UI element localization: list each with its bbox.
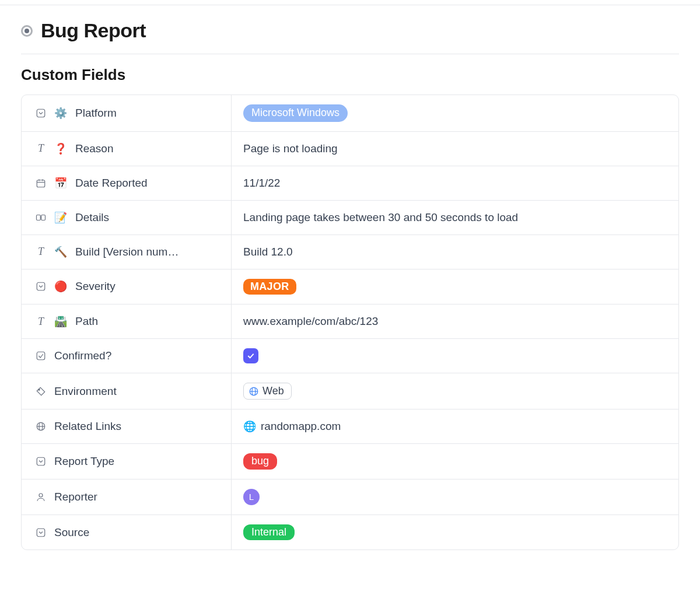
svg-point-18: [39, 494, 43, 497]
svg-point-10: [38, 389, 40, 390]
date-type-icon: [36, 178, 46, 188]
details-value: Landing page takes between 30 and 50 sec…: [243, 211, 518, 224]
field-label-cell[interactable]: T ❓ Reason: [22, 132, 232, 166]
page-header: Bug Report: [21, 5, 679, 54]
field-emoji-icon: 📅: [54, 178, 67, 188]
field-label: Severity: [75, 280, 116, 293]
dropdown-type-icon: [36, 527, 46, 538]
field-row-reason: T ❓ Reason Page is not loading: [22, 132, 678, 166]
field-row-links: Related Links 🌐 randomapp.com: [22, 410, 678, 444]
field-label: Details: [75, 211, 109, 224]
field-row-report-type: Report Type bug: [22, 444, 678, 480]
field-label-cell[interactable]: 🔴 Severity: [22, 270, 232, 304]
link-value: randomapp.com: [261, 420, 341, 433]
source-pill[interactable]: Internal: [243, 524, 295, 541]
field-value-cell[interactable]: [232, 339, 678, 373]
path-value: www.example/com/abc/123: [243, 315, 378, 328]
field-value-cell[interactable]: bug: [232, 444, 678, 479]
field-row-reporter: Reporter L: [22, 480, 678, 515]
platform-pill[interactable]: Microsoft Windows: [243, 104, 348, 122]
dropdown-type-icon: [36, 456, 46, 467]
field-label-cell[interactable]: T 🛣️ Path: [22, 304, 232, 338]
field-row-environment: Environment Web: [22, 373, 678, 410]
field-row-build: T 🔨 Build [Version num… Build 12.0: [22, 235, 678, 270]
field-value-cell[interactable]: 11/1/22: [232, 166, 678, 200]
custom-fields-table: ⚙️ Platform Microsoft Windows T ❓ Reason…: [21, 94, 679, 550]
field-label-cell[interactable]: Environment: [22, 373, 232, 409]
svg-rect-19: [37, 528, 45, 537]
field-value-cell[interactable]: L: [232, 480, 678, 514]
field-value-cell[interactable]: www.example/com/abc/123: [232, 304, 678, 338]
svg-rect-6: [41, 215, 46, 220]
reporter-avatar[interactable]: L: [243, 489, 260, 505]
field-label-cell[interactable]: 📅 Date Reported: [22, 166, 232, 200]
build-value: Build 12.0: [243, 246, 293, 258]
date-value: 11/1/22: [243, 177, 280, 190]
field-label-cell[interactable]: Reporter: [22, 480, 232, 514]
page-title: Bug Report: [41, 19, 146, 42]
environment-value: Web: [262, 385, 284, 397]
field-label-cell[interactable]: Related Links: [22, 410, 232, 443]
svg-rect-0: [37, 109, 45, 117]
section-title: Custom Fields: [21, 66, 679, 84]
field-label-cell[interactable]: T 🔨 Build [Version num…: [22, 235, 232, 269]
field-label: Reporter: [54, 491, 97, 503]
field-label-cell[interactable]: Report Type: [22, 444, 232, 479]
field-label: Date Reported: [75, 177, 148, 190]
text-type-icon: T: [36, 247, 46, 257]
field-row-date: 📅 Date Reported 11/1/22: [22, 166, 678, 201]
field-value-cell[interactable]: Web: [232, 373, 678, 409]
field-label-cell[interactable]: Confirmed?: [22, 339, 232, 373]
field-row-source: Source Internal: [22, 515, 678, 550]
field-label: Platform: [75, 107, 117, 120]
severity-pill[interactable]: MAJOR: [243, 279, 296, 295]
field-value-cell[interactable]: Page is not loading: [232, 132, 678, 166]
field-label: Build [Version num…: [75, 246, 178, 258]
svg-rect-9: [37, 352, 45, 360]
text-type-icon: T: [36, 316, 46, 327]
field-value-cell[interactable]: Build 12.0: [232, 235, 678, 269]
environment-tag[interactable]: Web: [243, 383, 292, 400]
field-emoji-icon: ❓: [54, 144, 67, 154]
field-label: Reason: [75, 142, 114, 155]
field-row-platform: ⚙️ Platform Microsoft Windows: [22, 95, 678, 132]
field-label: Related Links: [54, 420, 121, 433]
field-emoji-icon: ⚙️: [54, 108, 67, 118]
field-value-cell[interactable]: Landing page takes between 30 and 50 sec…: [232, 201, 678, 235]
field-value-cell[interactable]: MAJOR: [232, 270, 678, 304]
field-label-cell[interactable]: 📝 Details: [22, 201, 232, 235]
svg-rect-8: [37, 283, 45, 291]
globe-icon: 🌐: [243, 420, 256, 433]
report-type-pill[interactable]: bug: [243, 453, 277, 470]
confirmed-checkbox[interactable]: [243, 348, 258, 363]
related-link[interactable]: 🌐 randomapp.com: [243, 420, 341, 433]
dropdown-type-icon: [36, 108, 46, 118]
svg-rect-1: [37, 180, 45, 187]
field-emoji-icon: 🛣️: [54, 316, 67, 327]
status-dot-icon: [21, 25, 33, 37]
field-row-path: T 🛣️ Path www.example/com/abc/123: [22, 304, 678, 339]
globe-icon: [249, 386, 259, 397]
field-emoji-icon: 📝: [54, 212, 67, 223]
textarea-type-icon: [36, 212, 46, 223]
svg-rect-5: [37, 215, 41, 220]
field-row-severity: 🔴 Severity MAJOR: [22, 270, 678, 305]
field-value-cell[interactable]: Microsoft Windows: [232, 95, 678, 131]
field-label: Environment: [54, 385, 117, 398]
field-label-cell[interactable]: ⚙️ Platform: [22, 95, 232, 131]
field-emoji-icon: 🔨: [54, 247, 67, 257]
user-type-icon: [36, 492, 46, 502]
field-label: Confirmed?: [54, 349, 111, 362]
field-value-cell[interactable]: Internal: [232, 515, 678, 550]
field-label: Source: [54, 526, 89, 539]
field-value-cell[interactable]: 🌐 randomapp.com: [232, 410, 678, 443]
link-type-icon: [36, 421, 46, 432]
field-label: Path: [75, 315, 98, 328]
text-type-icon: T: [36, 144, 46, 154]
field-row-confirmed: Confirmed?: [22, 339, 678, 373]
reason-value: Page is not loading: [243, 142, 338, 155]
field-label-cell[interactable]: Source: [22, 515, 232, 550]
dropdown-type-icon: [36, 281, 46, 292]
field-emoji-icon: 🔴: [54, 281, 67, 292]
page-container: Bug Report Custom Fields ⚙️ Platform Mic…: [0, 5, 700, 562]
